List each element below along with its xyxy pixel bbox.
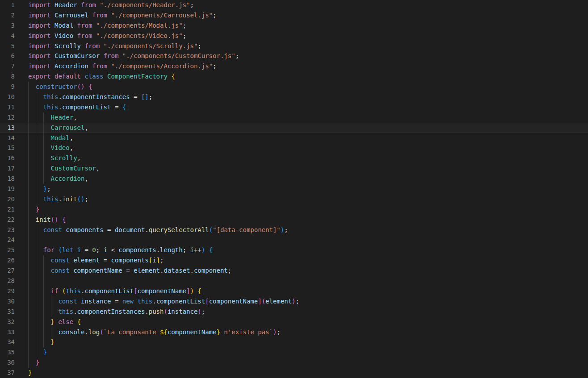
code-line[interactable]: 10 this.componentInstances = []; <box>0 92 588 102</box>
line-number[interactable]: 27 <box>0 266 15 276</box>
code-line[interactable]: 27 const componentName = element.dataset… <box>0 266 588 276</box>
code-token: "./components/Modal.js" <box>96 22 183 29</box>
code-token: CustomCursor <box>28 165 96 172</box>
line-number[interactable]: 30 <box>0 296 15 307</box>
code-line[interactable]: 3import Modal from "./components/Modal.j… <box>0 21 588 31</box>
code-line[interactable]: 19 }; <box>0 184 588 194</box>
line-number[interactable]: 18 <box>0 174 15 184</box>
code-line[interactable]: 30 const instance = new this.componentLi… <box>0 296 588 307</box>
code-line[interactable]: 11 this.componentList = { <box>0 102 588 112</box>
code-line[interactable]: 20 this.init(); <box>0 194 588 204</box>
code-line[interactable]: 15 Video, <box>0 143 588 153</box>
code-line[interactable]: 31 this.componentInstances.push(instance… <box>0 307 588 317</box>
code-line[interactable]: 7import Accordion from "./components/Acc… <box>0 61 588 71</box>
code-line-content: } <box>15 204 588 215</box>
line-number[interactable]: 16 <box>0 153 15 163</box>
code-line[interactable]: 25 for (let i = 0; i < components.length… <box>0 245 588 255</box>
line-number[interactable]: 31 <box>0 307 15 317</box>
indent-guide <box>36 286 36 296</box>
code-token: ${ <box>160 328 168 336</box>
line-number[interactable]: 29 <box>0 286 15 296</box>
line-number[interactable]: 14 <box>0 133 15 143</box>
code-line[interactable]: 22 init() { <box>0 215 588 225</box>
line-number[interactable]: 24 <box>0 235 15 245</box>
line-number[interactable]: 12 <box>0 112 15 123</box>
code-line[interactable]: 5import Scrolly from "./components/Scrol… <box>0 41 588 51</box>
code-line[interactable]: 1import Header from "./components/Header… <box>0 0 588 10</box>
code-line-content: }; <box>15 184 588 194</box>
code-line-content: } <box>15 347 588 357</box>
line-number[interactable]: 10 <box>0 92 15 102</box>
line-number[interactable]: 4 <box>0 31 15 41</box>
code-token: [ <box>149 257 152 264</box>
line-number[interactable]: 36 <box>0 357 15 368</box>
code-line[interactable]: 28 <box>0 276 588 286</box>
line-number[interactable]: 22 <box>0 215 15 225</box>
code-line[interactable]: 4import Video from "./components/Video.j… <box>0 31 588 41</box>
line-number[interactable]: 19 <box>0 184 15 194</box>
line-number[interactable]: 17 <box>0 163 15 174</box>
line-number[interactable]: 33 <box>0 327 15 337</box>
line-number[interactable]: 35 <box>0 347 15 357</box>
line-number[interactable]: 6 <box>0 51 15 61</box>
line-number[interactable]: 37 <box>0 368 15 378</box>
code-line[interactable]: 6import CustomCursor from "./components/… <box>0 51 588 61</box>
code-line[interactable]: 17 CustomCursor, <box>0 163 588 174</box>
code-line-active[interactable]: 13 Carrousel, <box>0 123 588 133</box>
code-line[interactable]: 37} <box>0 368 588 378</box>
code-line[interactable]: 34 } <box>0 337 588 347</box>
code-token: , <box>96 165 100 172</box>
code-token: ; <box>235 52 239 59</box>
code-line[interactable]: 29 if (this.componentList[componentName]… <box>0 286 588 296</box>
code-token: componentInstances <box>62 93 130 100</box>
code-token: i <box>152 257 156 264</box>
code-token: . <box>84 328 88 336</box>
code-line-content: constructor() { <box>15 82 588 92</box>
line-number[interactable]: 7 <box>0 61 15 71</box>
line-number[interactable]: 15 <box>0 143 15 153</box>
code-token: ) <box>197 308 201 315</box>
code-line[interactable]: 18 Accordion, <box>0 174 588 184</box>
code-token: querySelectorAll <box>149 226 209 233</box>
code-token: export default <box>28 73 84 80</box>
code-line[interactable]: 14 Modal, <box>0 133 588 143</box>
code-line[interactable]: 9 constructor() { <box>0 82 588 92</box>
line-number[interactable]: 28 <box>0 276 15 286</box>
line-number[interactable]: 3 <box>0 21 15 31</box>
code-line[interactable]: 8export default class ComponentFactory { <box>0 71 588 82</box>
code-line[interactable]: 32 } else { <box>0 317 588 327</box>
line-number[interactable]: 25 <box>0 245 15 255</box>
code-line[interactable]: 16 Scrolly, <box>0 153 588 163</box>
line-number[interactable]: 21 <box>0 204 15 215</box>
code-line[interactable]: 2import Carrousel from "./components/Car… <box>0 10 588 21</box>
line-number[interactable]: 13 <box>0 123 15 133</box>
indent-guide <box>28 194 29 204</box>
code-line[interactable]: 26 const element = components[i]; <box>0 255 588 266</box>
code-line[interactable]: 36 } <box>0 357 588 368</box>
line-number[interactable]: 20 <box>0 194 15 204</box>
code-token: ; <box>47 185 50 192</box>
indent-guide <box>28 255 29 266</box>
line-number[interactable]: 32 <box>0 317 15 327</box>
line-number[interactable]: 8 <box>0 71 15 82</box>
code-token: "./components/Video.js" <box>96 32 183 39</box>
code-token: element <box>73 257 100 264</box>
code-token: } <box>28 349 47 356</box>
code-line[interactable]: 21 } <box>0 204 588 215</box>
code-line[interactable]: 33 console.log(`La composante ${componen… <box>0 327 588 337</box>
line-number[interactable]: 1 <box>0 0 15 10</box>
line-number[interactable]: 11 <box>0 102 15 112</box>
code-line[interactable]: 23 const components = document.querySele… <box>0 225 588 235</box>
line-number[interactable]: 34 <box>0 337 15 347</box>
code-line-content: CustomCursor, <box>15 163 588 174</box>
code-line[interactable]: 35 } <box>0 347 588 357</box>
line-number[interactable]: 9 <box>0 82 15 92</box>
code-token: "./components/CustomCursor.js" <box>122 52 235 59</box>
code-line[interactable]: 24 <box>0 235 588 245</box>
line-number[interactable]: 23 <box>0 225 15 235</box>
line-number[interactable]: 5 <box>0 41 15 51</box>
code-line[interactable]: 12 Header, <box>0 112 588 123</box>
line-number[interactable]: 2 <box>0 10 15 21</box>
indent-guide <box>51 307 51 317</box>
line-number[interactable]: 26 <box>0 255 15 266</box>
